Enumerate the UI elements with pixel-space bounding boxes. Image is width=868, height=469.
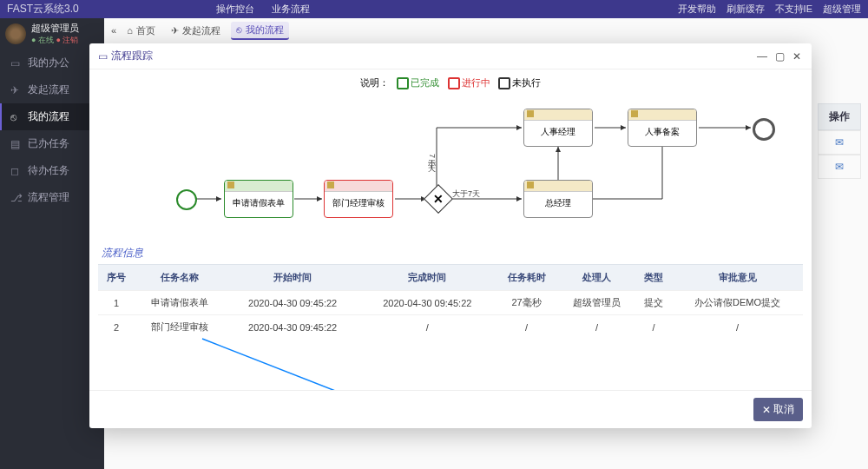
svg-rect-9 (631, 110, 638, 117)
minimize-icon[interactable]: — (756, 50, 768, 63)
legend-done: 已完成 (411, 77, 439, 88)
flow-connectors (98, 93, 803, 241)
modal-header: ▭流程跟踪 — ▢ ✕ (89, 43, 812, 69)
legend-pending: 未执行 (512, 77, 541, 88)
user-icon (527, 182, 535, 189)
modal-flow-trace: ▭流程跟踪 — ▢ ✕ 说明： 已完成 进行中 未执行 (89, 43, 812, 428)
col-who: 处理人 (558, 265, 635, 291)
col-dur: 任务耗时 (495, 265, 558, 291)
node-hr-archive[interactable]: 人事备案 (628, 109, 697, 147)
modal-footer: ✕取消 (89, 390, 812, 428)
svg-rect-6 (327, 182, 334, 188)
svg-rect-5 (227, 182, 234, 188)
start-node (176, 189, 197, 210)
legend-doing-icon (448, 77, 460, 89)
col-type: 类型 (635, 265, 672, 291)
col-name: 任务名称 (135, 265, 225, 291)
svg-rect-7 (527, 110, 534, 117)
node-apply[interactable]: 申请请假表单 (224, 180, 293, 218)
gateway-label-gt: 大于7天 (452, 188, 480, 200)
chat-icon: ▭ (98, 50, 108, 63)
end-node (753, 118, 775, 141)
svg-line-10 (202, 339, 402, 390)
table-row[interactable]: 1申请请假表单2020-04-30 09:45:222020-04-30 09:… (98, 291, 803, 315)
legend: 说明： 已完成 进行中 未执行 (98, 76, 803, 89)
user-icon (227, 182, 235, 189)
col-idx: 序号 (98, 265, 135, 291)
gateway-label-lt: 小于7天 (426, 154, 437, 158)
modal-body: 说明： 已完成 进行中 未执行 申请请假表单 部门经理审核 ✕ 小于7天 (89, 69, 812, 390)
maximize-icon[interactable]: ▢ (773, 50, 786, 63)
legend-pending-icon (498, 77, 510, 89)
col-start: 开始时间 (226, 265, 360, 291)
col-op: 审批意见 (672, 265, 803, 291)
col-end: 完成时间 (360, 265, 495, 291)
legend-doing: 进行中 (462, 77, 490, 88)
close-icon[interactable]: ✕ (791, 50, 803, 63)
gateway-days: ✕ (424, 184, 453, 214)
annotation-arrow (194, 330, 419, 390)
flow-info-table: 序号 任务名称 开始时间 完成时间 任务耗时 处理人 类型 审批意见 1申请请假… (98, 264, 803, 339)
cancel-button[interactable]: ✕取消 (753, 398, 803, 421)
modal-title: ▭流程跟踪 (98, 49, 153, 63)
user-icon (527, 110, 535, 118)
node-dept-mgr[interactable]: 部门经理审核 (324, 180, 393, 218)
legend-done-icon (397, 77, 409, 89)
table-row[interactable]: 2部门经理审核2020-04-30 09:45:22///// (98, 315, 803, 340)
info-title: 流程信息 (102, 246, 803, 261)
user-icon (631, 110, 639, 118)
svg-rect-8 (527, 182, 534, 188)
user-icon (327, 182, 335, 189)
node-gm[interactable]: 总经理 (523, 180, 593, 218)
close-x-icon: ✕ (762, 404, 771, 416)
flow-diagram: 申请请假表单 部门经理审核 ✕ 小于7天 大于7天 人事经理 总经理 人事备案 (98, 93, 803, 241)
node-hr-mgr[interactable]: 人事经理 (523, 109, 593, 147)
